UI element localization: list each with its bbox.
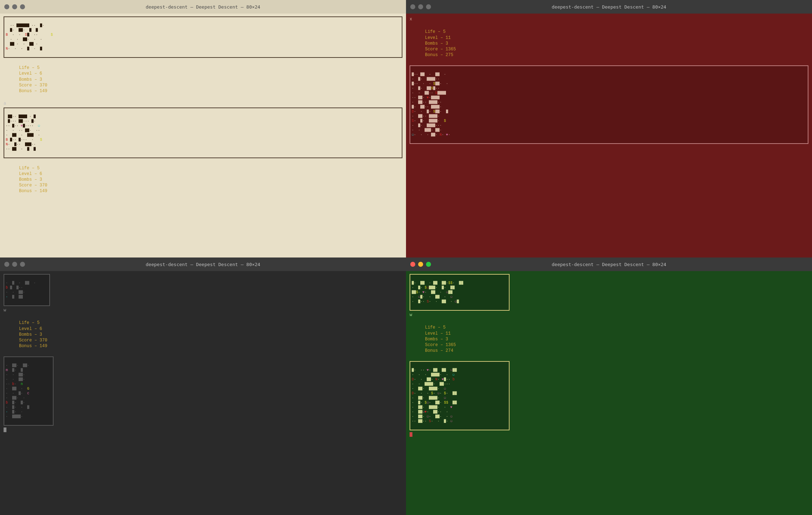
window-buttons-topleft[interactable]: [4, 4, 25, 9]
status-topleft-1: Life – 5 Level – 6 Bombs – 3 Score – 370…: [4, 59, 402, 100]
titlebar-topright: deepest-descent — Deepest Descent — 80×2…: [406, 0, 812, 14]
gamebox-bottomleft-1: · █ · ██ · b █ █·· · · ██· · █ ██: [4, 274, 50, 306]
close-btn-bottomright[interactable]: [410, 262, 415, 267]
gamebox-topleft-2: ██·· ████ · █ █··· ██··· █· ·· █·· ♥█···…: [4, 108, 402, 158]
content-topright: x Life – 5 Level – 11 Bombs – 3 Score – …: [406, 14, 812, 258]
title-topleft: deepest-descent — Deepest Descent — 80×2…: [146, 4, 260, 10]
mode-topright: x: [410, 16, 808, 22]
window-buttons-bottomleft[interactable]: [4, 262, 25, 267]
cursor-bottomleft: [4, 427, 402, 433]
titlebar-topleft: deepest-descent — Deepest Descent — 80×2…: [0, 0, 406, 14]
status-topleft-2: Life – 5 Level – 6 Bombs – 3 Score – 370…: [4, 160, 402, 200]
content-topleft: ·· ██████ ·· █· █· ██· █ █ B · · D█ ·· $…: [0, 14, 406, 258]
status-bottomleft-1: Life – 5 Level – 6 Bombs – 3 Score – 370…: [4, 314, 402, 355]
cursor-bottomright: [410, 432, 808, 438]
content-bottomright: █· ██ · ██ ██·$$· ██ · █· $☺███· █· ██ █…: [406, 271, 812, 515]
window-buttons-topright[interactable]: [410, 4, 431, 9]
gamebox-bottomright-2: █· ·· ♥· ██ ██ ☺██ · · · ████· · ☺ D· · …: [410, 361, 510, 430]
max-btn-topright[interactable]: [426, 4, 431, 9]
status-topright: Life – 5 Level – 11 Bombs – 3 Score – 13…: [410, 23, 808, 64]
titlebar-bottomleft: deepest-descent — Deepest Descent — 80×2…: [0, 258, 406, 271]
content-bottomleft: · █ · ██ · b █ █·· · · ██· · █ ██ w Life…: [0, 271, 406, 515]
window-buttons-bottomright[interactable]: [410, 262, 431, 267]
gamebox-bottomleft-2: · ██· ██· m █· █ · · ██· · · ██· ·· b· n…: [4, 356, 54, 426]
status-bottomright: Life – 5 Level – 11 Bombs – 3 Score – 13…: [410, 319, 808, 359]
gamebox-topright: █·· ██ · ██ · · █· ████·· █·· · · $██· ·…: [410, 65, 808, 144]
mode-bottomleft: w: [4, 308, 402, 313]
close-btn-topleft[interactable]: [4, 4, 9, 9]
title-topright: deepest-descent — Deepest Descent — 80×2…: [552, 4, 666, 10]
title-bottomright: deepest-descent — Deepest Descent — 80×2…: [552, 262, 666, 267]
titlebar-bottomright: deepest-descent — Deepest Descent — 80×2…: [406, 258, 812, 271]
window-bottomleft: deepest-descent — Deepest Descent — 80×2…: [0, 258, 406, 515]
mode-bottomright: w: [410, 312, 808, 318]
max-btn-topleft[interactable]: [20, 4, 25, 9]
window-topright: deepest-descent — Deepest Descent — 80×2…: [406, 0, 812, 258]
max-btn-bottomright[interactable]: [426, 262, 431, 267]
mode-topleft: a: [4, 101, 402, 106]
gamebox-topleft-1: ·· ██████ ·· █· █· ██· █ █ B · · D█ ·· $…: [4, 16, 402, 58]
window-topleft: deepest-descent — Deepest Descent — 80×2…: [0, 0, 406, 258]
min-btn-bottomright[interactable]: [418, 262, 423, 267]
close-btn-topright[interactable]: [410, 4, 415, 9]
close-btn-bottomleft[interactable]: [4, 262, 9, 267]
window-bottomright: deepest-descent — Deepest Descent — 80×2…: [406, 258, 812, 515]
min-btn-topright[interactable]: [418, 4, 423, 9]
title-bottomleft: deepest-descent — Deepest Descent — 80×2…: [146, 262, 260, 267]
min-btn-bottomleft[interactable]: [12, 262, 17, 267]
max-btn-bottomleft[interactable]: [20, 262, 25, 267]
min-btn-topleft[interactable]: [12, 4, 17, 9]
gamebox-bottomright-1: █· ██ · ██ ██·$$· ██ · █· $☺███· █· ██ █…: [410, 274, 510, 311]
